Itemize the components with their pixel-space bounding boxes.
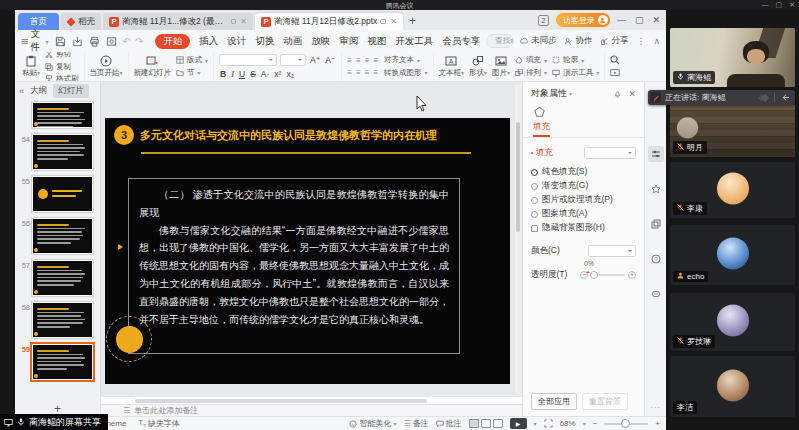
wps-minimize-button[interactable]: — bbox=[617, 15, 626, 25]
fill-preset-select[interactable] bbox=[584, 147, 636, 159]
slideshow-play-button[interactable]: ▶ bbox=[510, 418, 527, 429]
zoom-slider[interactable] bbox=[604, 423, 648, 425]
share-button[interactable]: 分享 bbox=[600, 35, 628, 47]
normal-view-button[interactable] bbox=[469, 419, 479, 428]
participant-tile-李洁[interactable]: 李洁 bbox=[670, 356, 795, 417]
collaborate-button[interactable]: 协作 bbox=[564, 35, 592, 47]
current-slide[interactable]: 3 多元文化对话与交流中的民族认同是敦煌佛教哲学的内在机理 （二） 渗透于文化交… bbox=[105, 118, 510, 384]
annotate-pen-icon[interactable] bbox=[650, 92, 661, 103]
presentation-tools-button[interactable]: 演示工具▾ bbox=[552, 68, 599, 78]
preview-icon[interactable] bbox=[106, 36, 117, 47]
new-tab-button[interactable]: + bbox=[409, 14, 416, 30]
ribbon-tab-9[interactable]: 会员专享 bbox=[442, 35, 480, 48]
undo-button[interactable]: ↶ bbox=[123, 36, 135, 47]
arrange-button[interactable]: 排列▾ bbox=[515, 68, 547, 78]
tab-close-icon[interactable]: ✕ bbox=[240, 17, 247, 26]
comments-button[interactable]: 批注 bbox=[436, 418, 462, 429]
indent-decrease-button[interactable]: ≡ bbox=[365, 56, 371, 65]
strikethrough-button[interactable]: S bbox=[249, 69, 257, 79]
font-size-select[interactable] bbox=[280, 54, 306, 66]
number-list-button[interactable]: ≡ bbox=[356, 56, 362, 65]
transparency-increase-button[interactable]: + bbox=[628, 271, 636, 279]
horizontal-scrollbar[interactable] bbox=[101, 396, 522, 404]
participant-tile-明月[interactable]: 明月 bbox=[670, 104, 795, 157]
smart-beautify-button[interactable]: 智能美化▾ bbox=[349, 418, 396, 429]
fill-option-1[interactable]: 渐变填充(G) bbox=[531, 179, 636, 193]
participant-tile-蔺海鲲[interactable]: 蔺海鲲 bbox=[670, 28, 795, 87]
slide-thumbnail-row-top[interactable] bbox=[15, 102, 100, 128]
ribbon-tab-3[interactable]: 切换 bbox=[255, 35, 274, 48]
bell-icon[interactable] bbox=[613, 89, 622, 98]
notes-bar[interactable]: ☰ 单击此处添加备注 bbox=[101, 404, 522, 416]
feedback-strip-icon[interactable] bbox=[648, 286, 664, 302]
redo-button[interactable]: ↷ bbox=[135, 36, 147, 47]
effects-strip-icon[interactable] bbox=[648, 181, 664, 197]
align-text-button[interactable]: 对齐文本▾ bbox=[384, 55, 428, 65]
document-tab-2[interactable]: P蔺海鲲 11月1...修改2 (最新版)✕ bbox=[103, 13, 253, 30]
ribbon-tab-7[interactable]: 视图 bbox=[367, 35, 386, 48]
copy-button[interactable]: 复制 bbox=[45, 62, 79, 72]
ribbon-tab-6[interactable]: 审阅 bbox=[339, 35, 358, 48]
format-painter-button[interactable]: 格式刷 bbox=[45, 74, 79, 82]
underline-button[interactable]: U bbox=[238, 69, 246, 79]
slide-thumbnail-row-58[interactable]: 58 bbox=[15, 302, 100, 338]
return-arrow-icon[interactable] bbox=[781, 93, 790, 102]
ribbon-tab-2[interactable]: 设计 bbox=[227, 35, 246, 48]
slide-body-textbox[interactable]: （二） 渗透于文化交流中的民族认同是敦煌佛教哲学转换的集中展现佛教与儒家文化交融… bbox=[128, 178, 460, 354]
color-select[interactable] bbox=[588, 245, 636, 257]
participant-tile-罗技琳[interactable]: 罗技琳 bbox=[670, 293, 795, 351]
zoom-in-button[interactable]: + bbox=[655, 419, 660, 428]
slide-thumbnail-row-54[interactable]: 54 bbox=[15, 134, 100, 170]
font-color-button[interactable]: A· bbox=[260, 69, 271, 79]
properties-strip-icon[interactable] bbox=[648, 146, 664, 162]
slide-thumbnail-row-55[interactable]: 55 bbox=[15, 176, 100, 212]
textbox-button[interactable]: A 文本框▾ bbox=[439, 55, 465, 78]
print-icon[interactable] bbox=[89, 36, 100, 47]
bullet-list-button[interactable]: ≡ bbox=[347, 56, 353, 65]
wps-close-button[interactable]: ✕ bbox=[652, 15, 660, 25]
slide-sorter-view-button[interactable] bbox=[481, 419, 491, 428]
reading-view-button[interactable] bbox=[493, 419, 503, 428]
file-menu[interactable]: 文件▾ bbox=[21, 28, 49, 54]
ribbon-search-icon[interactable] bbox=[610, 55, 620, 65]
slide-canvas[interactable]: 3 多元文化对话与交流中的民族认同是敦煌佛教哲学的内在机理 （二） 渗透于文化交… bbox=[101, 82, 522, 396]
tab-close-icon[interactable]: ✕ bbox=[390, 17, 397, 26]
export-icon[interactable] bbox=[72, 36, 83, 47]
ribbon-tab-4[interactable]: 动画 bbox=[283, 35, 302, 48]
indent-increase-button[interactable]: ≡ bbox=[373, 56, 379, 65]
help-strip-icon[interactable]: ? bbox=[648, 251, 664, 267]
collapse-ribbon-button[interactable]: ∧ bbox=[653, 36, 660, 46]
shape-button[interactable]: 形状▾ bbox=[469, 55, 487, 78]
subscript-button[interactable]: x₂ bbox=[285, 69, 295, 79]
superscript-button[interactable]: x² bbox=[273, 69, 282, 79]
new-slide-button[interactable]: 新建幻灯片 bbox=[134, 55, 172, 78]
increase-font-button[interactable]: A⁺ bbox=[309, 55, 321, 65]
decrease-font-button[interactable]: A⁻ bbox=[324, 55, 336, 65]
slide-thumbnail-row-57[interactable]: 57 bbox=[15, 260, 100, 296]
tab-slides[interactable]: 幻灯片 bbox=[53, 84, 89, 98]
font-family-select[interactable] bbox=[219, 54, 277, 66]
window-count-badge[interactable]: 2 bbox=[538, 15, 549, 26]
document-tab-1[interactable]: 稻壳 bbox=[61, 13, 101, 30]
missing-font-button[interactable]: T? 缺失字体 bbox=[138, 418, 179, 429]
document-tab-3[interactable]: P蔺海鲲 11月12日修改2.pptx✕ bbox=[255, 13, 403, 30]
tab-fill[interactable]: 填充 bbox=[533, 121, 550, 137]
justify-button[interactable]: ≡ bbox=[373, 68, 379, 77]
bold-button[interactable]: B bbox=[219, 69, 227, 79]
convert-to-shape-button[interactable]: 转换成图形▾ bbox=[384, 68, 428, 78]
align-left-button[interactable]: ≡ bbox=[347, 68, 353, 77]
guest-login-badge[interactable]: 访客登录 bbox=[556, 13, 610, 27]
participant-tile-李康[interactable]: 李康 bbox=[670, 162, 795, 218]
participant-tile-echo[interactable]: echo bbox=[670, 225, 795, 285]
hide-background-checkbox[interactable]: 隐藏背景图形(H) bbox=[531, 221, 636, 235]
sync-status-button[interactable]: 未同步 bbox=[520, 35, 557, 47]
zoom-level[interactable]: 68% bbox=[560, 419, 576, 428]
fit-slide-icon[interactable] bbox=[544, 419, 553, 428]
collapse-panel-button[interactable]: « bbox=[19, 86, 24, 96]
apply-all-button[interactable]: 全部应用 bbox=[531, 393, 577, 410]
paste-button[interactable]: 粘贴▾ bbox=[22, 55, 40, 78]
wps-maximize-button[interactable]: ▢ bbox=[635, 15, 644, 25]
fill-button[interactable]: 填充▾ bbox=[515, 55, 547, 65]
fill-option-2[interactable]: 图片或纹理填充(P) bbox=[531, 193, 636, 207]
outline-button[interactable]: 轮廓▾ bbox=[552, 55, 599, 65]
